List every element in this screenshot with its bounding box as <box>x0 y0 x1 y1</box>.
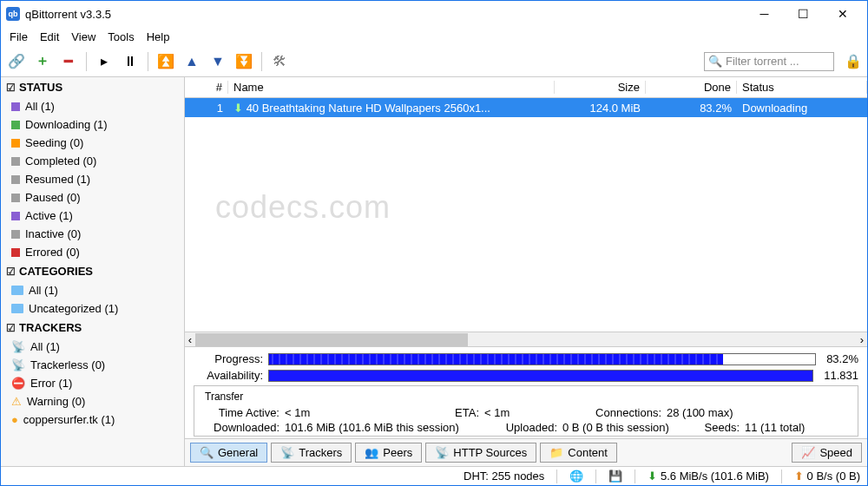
cell-name: ⬇ 40 Breathtaking Nature HD Wallpapers 2… <box>228 102 555 115</box>
globe-icon[interactable]: 🌐 <box>569 470 583 483</box>
sidebar-item[interactable]: ●coppersurfer.tk (1) <box>1 410 184 429</box>
col-num[interactable]: # <box>185 81 228 94</box>
sidebar-item[interactable]: 📡All (1) <box>1 338 184 356</box>
progress-bar <box>268 353 816 365</box>
tab-content[interactable]: 📁Content <box>540 443 617 463</box>
menubar: File Edit View Tools Help <box>1 27 867 46</box>
sidebar-item[interactable]: Inactive (0) <box>1 225 184 243</box>
folder-icon: 📁 <box>549 446 563 459</box>
trackers-header[interactable]: TRACKERS <box>1 318 184 338</box>
eta-value: < 1m <box>484 406 510 419</box>
lock-icon[interactable]: 🔒 <box>845 53 862 69</box>
add-link-icon[interactable]: 🔗 <box>6 51 27 72</box>
time-active-value: < 1m <box>285 406 310 419</box>
minimize-button[interactable]: ─ <box>745 2 784 26</box>
network-icon: 📡 <box>11 340 25 353</box>
col-name[interactable]: Name <box>228 81 555 94</box>
filter-placeholder: Filter torrent ... <box>726 55 799 68</box>
resume-icon[interactable]: ▸ <box>94 51 115 72</box>
separator <box>148 52 148 71</box>
sidebar-item[interactable]: Paused (0) <box>1 188 184 207</box>
table-body: 1 ⬇ 40 Breathtaking Nature HD Wallpapers… <box>185 98 867 332</box>
tab-speed[interactable]: 📈Speed <box>792 443 862 463</box>
menu-help[interactable]: Help <box>141 29 175 45</box>
move-up-icon[interactable]: ▲ <box>181 51 202 72</box>
maximize-button[interactable]: ☐ <box>784 2 823 26</box>
menu-edit[interactable]: Edit <box>35 29 64 45</box>
move-bottom-icon[interactable]: ⏬ <box>233 51 254 72</box>
http-icon: 📡 <box>435 446 449 459</box>
status-header[interactable]: STATUS <box>1 77 184 97</box>
sidebar-item-label: Downloading (1) <box>25 118 108 131</box>
sidebar-item-label: All (1) <box>25 100 55 113</box>
close-button[interactable]: ✕ <box>823 2 862 26</box>
categories-header[interactable]: CATEGORIES <box>1 261 184 281</box>
h-scrollbar[interactable]: ‹› <box>185 332 867 346</box>
sidebar-item-label: Completed (0) <box>25 154 96 167</box>
downloaded-value: 101.6 MiB (101.6 MiB this session) <box>285 421 459 434</box>
uploaded-label: Uploaded: <box>496 421 557 434</box>
sidebar-item[interactable]: Downloading (1) <box>1 115 184 134</box>
details-pane: Progress: 83.2% Availability: 11.831 Tra… <box>185 346 867 438</box>
sidebar-item[interactable]: Resumed (1) <box>1 170 184 188</box>
seeds-value: 11 (11 total) <box>745 421 805 434</box>
progress-value: 83.2% <box>826 352 858 365</box>
menu-file[interactable]: File <box>4 29 33 45</box>
menu-view[interactable]: View <box>66 29 101 45</box>
settings-icon[interactable]: 🛠 <box>269 51 290 72</box>
sidebar-item[interactable]: Uncategorized (1) <box>1 299 184 318</box>
time-active-label: Time Active: <box>201 406 279 419</box>
window-title: qBittorrent v3.3.5 <box>25 8 745 21</box>
availability-bar <box>268 370 813 382</box>
cell-status: Downloading <box>737 102 867 115</box>
seeds-label: Seeds: <box>696 421 740 434</box>
col-status[interactable]: Status <box>737 81 867 94</box>
col-size[interactable]: Size <box>555 81 646 94</box>
sidebar-item[interactable]: Errored (0) <box>1 243 184 261</box>
sidebar-item[interactable]: Completed (0) <box>1 152 184 170</box>
add-torrent-icon[interactable]: ＋ <box>32 51 53 72</box>
menu-tools[interactable]: Tools <box>102 29 139 45</box>
upload-speed[interactable]: ⬆ 0 B/s (0 B) <box>794 470 860 483</box>
pause-icon[interactable]: ⏸ <box>120 51 141 72</box>
peers-icon: 👥 <box>365 446 378 459</box>
sidebar-item[interactable]: 📡Trackerless (0) <box>1 356 184 374</box>
sidebar-item[interactable]: ⚠Warning (0) <box>1 392 184 410</box>
eta-label: ETA: <box>410 406 479 419</box>
disk-icon: 💾 <box>608 470 622 483</box>
folder-icon <box>11 286 23 295</box>
sidebar-item[interactable]: Seeding (0) <box>1 134 184 152</box>
col-done[interactable]: Done <box>646 81 737 94</box>
sidebar-item-label: All (1) <box>30 340 60 353</box>
move-down-icon[interactable]: ▼ <box>207 51 228 72</box>
transfer-legend: Transfer <box>201 391 247 403</box>
downloaded-label: Downloaded: <box>201 421 279 434</box>
table-row[interactable]: 1 ⬇ 40 Breathtaking Nature HD Wallpapers… <box>185 98 867 117</box>
move-top-icon[interactable]: ⏫ <box>155 51 176 72</box>
sidebar-item-label: Paused (0) <box>25 191 81 204</box>
progress-label: Progress: <box>194 352 263 365</box>
sidebar-item-label: All (1) <box>29 284 58 297</box>
tab-general[interactable]: 🔍General <box>190 443 267 463</box>
sidebar-item[interactable]: ⛔Error (1) <box>1 374 184 392</box>
tab-peers[interactable]: 👥Peers <box>355 443 422 463</box>
cell-size: 124.0 MiB <box>555 102 646 115</box>
sidebar-item-label: Resumed (1) <box>25 173 90 186</box>
availability-label: Availability: <box>194 369 263 382</box>
sidebar-item-label: Error (1) <box>30 377 72 390</box>
remove-icon[interactable]: ━ <box>58 51 79 72</box>
separator <box>261 52 262 71</box>
cell-num: 1 <box>185 102 228 115</box>
app-icon: qb <box>6 7 20 21</box>
filter-input[interactable]: 🔍Filter torrent ... <box>704 52 834 71</box>
sidebar-item[interactable]: All (1) <box>1 281 184 299</box>
sidebar-item[interactable]: Active (1) <box>1 207 184 225</box>
toolbar: 🔗 ＋ ━ ▸ ⏸ ⏫ ▲ ▼ ⏬ 🛠 🔍Filter torrent ... … <box>1 46 867 77</box>
tab-trackers[interactable]: 📡Trackers <box>271 443 352 463</box>
status-icon <box>11 139 20 148</box>
statusbar: DHT: 255 nodes 🌐 💾 ⬇ 5.6 MiB/s (101.6 Mi… <box>1 466 867 485</box>
uploaded-value: 0 B (0 B this session) <box>562 421 669 434</box>
sidebar-item[interactable]: All (1) <box>1 97 184 115</box>
download-speed[interactable]: ⬇ 5.6 MiB/s (101.6 MiB) <box>648 470 769 483</box>
tab-http-sources[interactable]: 📡HTTP Sources <box>425 443 536 463</box>
